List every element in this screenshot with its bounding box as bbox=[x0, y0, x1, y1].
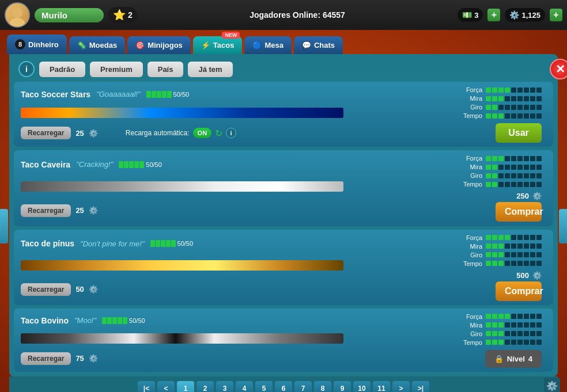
lock-icon: 🔒 bbox=[494, 355, 504, 363]
tab-mesa-label: Mesa bbox=[264, 41, 284, 50]
cue-bovino-cost: 75 bbox=[75, 354, 84, 363]
cue-bovino-image bbox=[21, 333, 343, 344]
tab-mesa[interactable]: 🔵 Mesa bbox=[244, 36, 292, 54]
player-name-badge: Murilo bbox=[35, 8, 104, 22]
coin-icon: ⚙️ bbox=[509, 10, 519, 20]
avatar bbox=[5, 2, 30, 28]
cue-item-pinus: Taco de pínus "Don't pine for me!" 50/50 bbox=[14, 230, 553, 305]
cue-pinus-name: Taco de pínus bbox=[21, 239, 74, 248]
auto-recharge-label: Recarga automática: bbox=[126, 129, 190, 137]
sub-tab-jatem[interactable]: Já tem bbox=[188, 62, 232, 77]
cue-pinus-stats: Força bbox=[457, 234, 546, 301]
cue-soccer-tagline: "Goaaaaaal!" bbox=[96, 90, 140, 98]
cue-soccer-energy: 50/50 bbox=[173, 91, 190, 98]
tab-dinheiro-label: Dinheiro bbox=[28, 40, 59, 49]
cue-items-list: Taco Soccer Stars "Goaaaaaal!" 50/50 bbox=[14, 82, 553, 372]
page-first-button[interactable]: |< bbox=[138, 381, 155, 392]
buy-caveira-button[interactable]: Comprar bbox=[496, 202, 542, 222]
buy-pinus-button[interactable]: Comprar bbox=[496, 281, 542, 301]
cue-pinus-energy: 50/50 bbox=[177, 240, 194, 247]
nivel-value: 4 bbox=[528, 355, 532, 363]
cue-pinus-recharge-row: Recarregar 50 ⚙️ bbox=[21, 278, 455, 300]
stat-tempo-label: Tempo bbox=[459, 112, 482, 119]
tab-minijogos-label: Minijogos bbox=[148, 41, 183, 50]
cue-pinus-cost: 50 bbox=[75, 285, 84, 294]
tab-tacos-new-badge: NEW bbox=[222, 32, 240, 39]
cue-caveira-name: Taco Caveira bbox=[21, 160, 70, 169]
nav-left-arrow[interactable]: ‹ bbox=[0, 209, 8, 243]
toggle-auto-recharge-soccer[interactable]: ON bbox=[193, 128, 212, 138]
cue-caveira-energy: 50/50 bbox=[146, 161, 162, 168]
sub-tab-padrao[interactable]: Padrão bbox=[39, 62, 85, 77]
cue-caveira-image-row bbox=[21, 177, 455, 197]
refresh-icon-soccer: ↻ bbox=[215, 128, 222, 139]
forca-bars bbox=[486, 87, 542, 93]
recharge-bovino-button[interactable]: Recarregar bbox=[21, 352, 71, 365]
page-9-button[interactable]: 9 bbox=[334, 381, 351, 392]
top-bar: Murilo ⭐ 2 Jogadores Online: 64557 💵 3 +… bbox=[0, 0, 567, 30]
pagination: |< < 1 2 3 4 5 6 7 8 9 10 11 > >| ⚙️ bbox=[9, 376, 558, 392]
tab-minijogos[interactable]: 🎯 Minijogos bbox=[127, 36, 191, 54]
stat-giro-label: Giro bbox=[459, 104, 482, 111]
tab-dinheiro-icon: 8 bbox=[15, 39, 25, 50]
page-4-button[interactable]: 4 bbox=[236, 381, 253, 392]
cue-item-caveira: Taco Caveira "Cracking!" 50/50 bbox=[14, 150, 553, 226]
page-next-button[interactable]: > bbox=[392, 381, 410, 392]
cue-soccer-cost-icon: ⚙️ bbox=[89, 129, 98, 138]
cue-caveira-stats: Força bbox=[457, 155, 546, 222]
sub-tab-pais[interactable]: País bbox=[148, 62, 184, 77]
main-content: i Padrão Premium País Já tem Taco Soccer… bbox=[9, 54, 558, 376]
info-button[interactable]: i bbox=[18, 61, 35, 77]
page-10-button[interactable]: 10 bbox=[353, 381, 371, 392]
cue-soccer-stats: Força bbox=[457, 86, 546, 143]
tab-tacos[interactable]: NEW ⚡ Tacos bbox=[193, 36, 243, 54]
cue-pinus-price: 500 bbox=[516, 271, 529, 280]
page-2-button[interactable]: 2 bbox=[196, 381, 214, 392]
page-7-button[interactable]: 7 bbox=[294, 381, 312, 392]
tab-minijogos-icon: 🎯 bbox=[135, 41, 145, 50]
cue-bovino-tagline: "Moo!" bbox=[74, 316, 96, 325]
recharge-pinus-button[interactable]: Recarregar bbox=[21, 283, 71, 296]
page-1-button[interactable]: 1 bbox=[177, 381, 194, 392]
recharge-caveira-button[interactable]: Recarregar bbox=[21, 204, 71, 217]
main-wrapper: ✕ ‹ › i Padrão Premium País Já tem Taco … bbox=[0, 54, 567, 392]
add-cash-button[interactable]: + bbox=[487, 9, 500, 21]
player-name: Murilo bbox=[41, 10, 67, 20]
page-last-button[interactable]: >| bbox=[412, 381, 429, 392]
page-prev-button[interactable]: < bbox=[157, 381, 175, 392]
use-soccer-button[interactable]: Usar bbox=[496, 123, 542, 143]
energy-bars-soccer bbox=[146, 91, 172, 98]
close-button[interactable]: ✕ bbox=[550, 59, 567, 79]
page-3-button[interactable]: 3 bbox=[216, 381, 233, 392]
tab-dinheiro[interactable]: 8 Dinheiro bbox=[7, 35, 67, 54]
stat-mira-label: Mira bbox=[459, 95, 482, 102]
level-badge: ⭐ 2 bbox=[108, 7, 137, 23]
cash-value: 3 bbox=[474, 11, 478, 20]
cue-bovino-image-row bbox=[21, 330, 455, 347]
cue-item-bovino: Taco Bovino "Moo!" 50/50 bbox=[14, 309, 553, 372]
sub-tab-premium[interactable]: Premium bbox=[90, 62, 143, 77]
add-coins-button[interactable]: + bbox=[550, 9, 562, 21]
page-5-button[interactable]: 5 bbox=[255, 381, 273, 392]
currency-group: 💵 3 + ⚙️ 1,125 + bbox=[458, 8, 562, 22]
nivel-bovino-button[interactable]: 🔒 Nível 4 bbox=[485, 350, 542, 368]
tab-tacos-icon: ⚡ bbox=[201, 41, 210, 50]
cue-bovino-stats: Força bbox=[457, 313, 546, 368]
nav-right-arrow[interactable]: › bbox=[559, 209, 567, 243]
svg-point-1 bbox=[10, 18, 25, 26]
page-6-button[interactable]: 6 bbox=[275, 381, 292, 392]
settings-gear-button[interactable]: ⚙️ bbox=[544, 378, 560, 392]
cue-soccer-name: Taco Soccer Stars bbox=[21, 90, 90, 99]
nivel-label: Nível bbox=[507, 355, 525, 363]
cue-pinus-tagline: "Don't pine for me!" bbox=[80, 239, 144, 248]
info-auto-recharge[interactable]: i bbox=[226, 128, 236, 138]
cue-soccer-image bbox=[21, 108, 343, 118]
cue-bovino-name: Taco Bovino bbox=[21, 316, 69, 325]
recharge-soccer-button[interactable]: Recarregar bbox=[21, 127, 71, 139]
page-8-button[interactable]: 8 bbox=[314, 381, 331, 392]
page-11-button[interactable]: 11 bbox=[373, 381, 390, 392]
tab-moedas[interactable]: 🦠 Moedas bbox=[69, 36, 125, 54]
tab-chats[interactable]: 💬 Chats bbox=[294, 36, 343, 54]
cue-pinus-image-row bbox=[21, 256, 455, 276]
player-level: 2 bbox=[128, 10, 133, 20]
